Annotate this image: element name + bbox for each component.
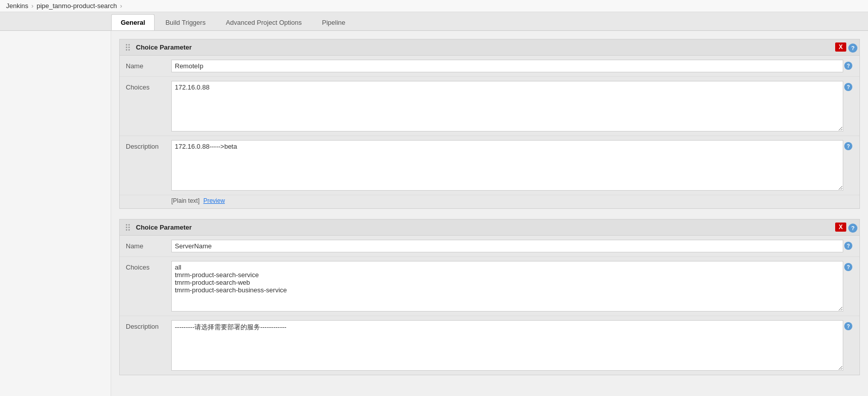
choices-help-icon-2[interactable]: ? [844,263,852,271]
description-row-2: Description ---------请选择需要部署的服务---------… [120,316,859,375]
tab-pipeline[interactable]: Pipeline [312,14,355,30]
description-help-icon-1[interactable]: ? [844,142,852,150]
choices-label-1: Choices [126,81,171,91]
delete-button-1[interactable]: X [835,42,846,52]
help-icon-header-1[interactable]: ? [848,43,857,53]
choices-help-icon-1[interactable]: ? [844,83,852,91]
breadcrumb-jenkins[interactable]: Jenkins [6,2,28,10]
choices-help-1: ? [843,81,853,91]
name-help-icon-2[interactable]: ? [844,242,852,250]
drag-handle-1[interactable] [126,44,132,51]
choices-textarea-1[interactable]: 172.16.0.88 [171,81,843,131]
description-label-1: Description [126,140,171,150]
choices-textarea-2[interactable]: all tmrm-product-search-service tmrm-pro… [171,261,843,312]
param-title-2: Choice Parameter [136,224,192,231]
plain-text-label-1: [Plain text] [171,197,200,204]
text-format-row-1: [Plain text] Preview [120,195,859,208]
breadcrumb: Jenkins › pipe_tanmo-product-search › [0,0,868,12]
param-title-1: Choice Parameter [136,43,192,51]
param-header-1: Choice Parameter [120,39,859,56]
choices-row-2: Choices all tmrm-product-search-service … [120,257,859,316]
drag-handle-2[interactable] [126,224,132,231]
name-row-2: Name ? [120,236,859,257]
preview-link-1[interactable]: Preview [203,197,225,204]
description-help-icon-2[interactable]: ? [844,322,852,330]
description-row-1: Description 172.16.0.88----->beta ? [120,136,859,195]
tab-bar: General Build Triggers Advanced Project … [0,12,868,31]
help-icon-header-2[interactable]: ? [848,224,857,233]
description-help-2: ? [843,320,853,330]
param-header-2: Choice Parameter [120,219,859,236]
description-textarea-2[interactable]: ---------请选择需要部署的服务------------ [171,320,843,371]
tab-build-triggers[interactable]: Build Triggers [156,14,215,30]
param-block-1: Choice Parameter X ? Name ? Choices 172.… [119,39,860,209]
name-row-1: Name ? [120,56,859,77]
delete-button-2[interactable]: X [835,223,846,232]
content-area: Choice Parameter X ? Name ? Choices 172.… [111,31,868,396]
sidebar [0,31,111,396]
breadcrumb-project[interactable]: pipe_tanmo-product-search [36,2,117,10]
tab-advanced-project-options[interactable]: Advanced Project Options [216,14,311,30]
name-input-1[interactable] [171,60,843,72]
choices-row-1: Choices 172.16.0.88 ? [120,77,859,136]
param-block-2: Choice Parameter X ? Name ? Choices all … [119,219,860,375]
name-label-1: Name [126,60,171,70]
name-help-2: ? [843,240,853,250]
name-input-2[interactable] [171,240,843,252]
breadcrumb-sep2: › [120,2,122,10]
description-textarea-1[interactable]: 172.16.0.88----->beta [171,140,843,191]
main-layout: Choice Parameter X ? Name ? Choices 172.… [0,31,868,396]
name-help-icon-1[interactable]: ? [844,62,852,70]
tab-general[interactable]: General [111,14,155,30]
name-help-1: ? [843,60,853,70]
choices-label-2: Choices [126,261,171,271]
choices-help-2: ? [843,261,853,271]
name-label-2: Name [126,240,171,250]
description-label-2: Description [126,320,171,330]
description-help-1: ? [843,140,853,150]
breadcrumb-sep1: › [31,2,33,10]
